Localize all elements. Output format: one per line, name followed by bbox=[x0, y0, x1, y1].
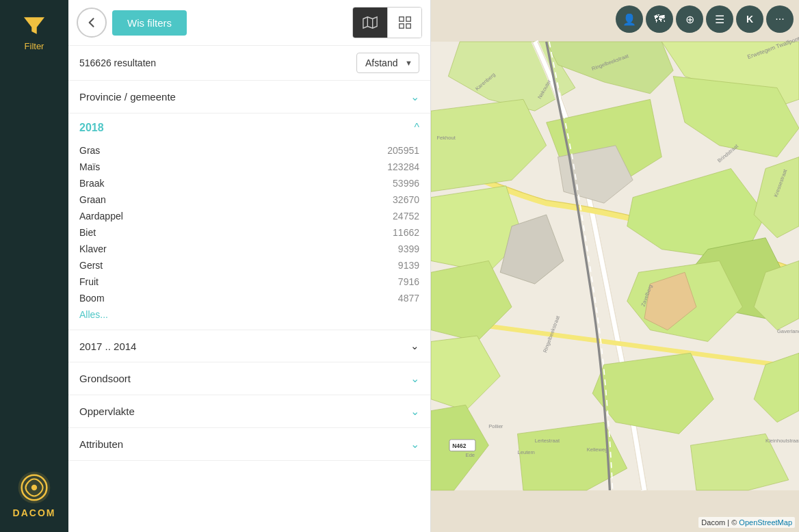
crop-list: Gras205951Maïs123284Braak53996Graan32670… bbox=[68, 142, 430, 330]
crop-item[interactable]: Aardappel24752 bbox=[79, 208, 419, 224]
year-2018-chevron-icon: ^ bbox=[414, 122, 419, 134]
crop-name: Gras bbox=[79, 145, 100, 156]
sort-select-wrap: Afstand Naam Datum bbox=[356, 53, 419, 73]
list-icon-button[interactable]: ☰ bbox=[706, 5, 733, 33]
svg-text:N462: N462 bbox=[452, 442, 466, 449]
svg-text:Pollier: Pollier bbox=[488, 423, 503, 429]
svg-rect-4 bbox=[406, 17, 410, 21]
crop-item[interactable]: Biet11662 bbox=[79, 224, 419, 241]
sidebar-bottom: DACOM bbox=[13, 470, 56, 525]
provincie-gemeente-label: Provincie / gemeente bbox=[79, 91, 176, 103]
crop-item[interactable]: Gras205951 bbox=[79, 142, 419, 159]
back-button[interactable] bbox=[77, 8, 107, 38]
crop-name: Klaver bbox=[79, 243, 107, 254]
svg-text:Lertestraat: Lertestraat bbox=[535, 438, 560, 444]
crop-count: 205951 bbox=[387, 145, 419, 156]
year-range-chevron-icon: ⌄ bbox=[410, 340, 419, 352]
crop-item[interactable]: Graan32670 bbox=[79, 191, 419, 208]
map-view-icon bbox=[363, 15, 378, 30]
crop-count: 7916 bbox=[398, 276, 419, 287]
crop-name: Boom bbox=[79, 293, 105, 304]
crop-count: 123284 bbox=[387, 161, 419, 172]
crop-name: Fruit bbox=[79, 276, 99, 287]
map-svg: Erwetegem Twalfpont Karenberg Klosterstr… bbox=[431, 0, 799, 532]
filter-nav-item[interactable]: Filter bbox=[15, 7, 53, 58]
svg-rect-5 bbox=[399, 24, 403, 28]
results-bar: 516626 resultaten Afstand Naam Datum bbox=[68, 46, 430, 81]
menu-icon-button[interactable]: ··· bbox=[766, 5, 794, 33]
grondsoort-label: Grondsoort bbox=[79, 373, 131, 384]
grid-view-button[interactable] bbox=[387, 8, 421, 38]
crop-item[interactable]: Maïs123284 bbox=[79, 159, 419, 175]
year-2018-header[interactable]: 2018 ^ bbox=[68, 114, 430, 142]
results-count: 516626 resultaten bbox=[79, 57, 156, 68]
crop-count: 32670 bbox=[393, 194, 419, 205]
svg-point-2 bbox=[31, 485, 37, 490]
crop-count: 4877 bbox=[398, 293, 419, 304]
year-2018-section: 2018 ^ Gras205951Maïs123284Braak53996Gra… bbox=[68, 114, 430, 330]
map-area[interactable]: 👤 🗺 ⊕ ☰ K ··· bbox=[431, 0, 799, 532]
svg-rect-3 bbox=[399, 17, 403, 21]
svg-text:Gaverland: Gaverland bbox=[777, 328, 799, 334]
year-range-label: 2017 .. 2014 bbox=[79, 341, 136, 352]
grondsoort-header[interactable]: Grondsoort ⌄ bbox=[68, 362, 430, 395]
svg-rect-6 bbox=[406, 24, 410, 28]
filter-label: Filter bbox=[25, 41, 44, 51]
sort-select[interactable]: Afstand Naam Datum bbox=[356, 53, 419, 73]
crop-item[interactable]: Braak53996 bbox=[79, 175, 419, 191]
crop-count: 24752 bbox=[393, 211, 419, 222]
provincie-gemeente-chevron-icon: ⌄ bbox=[410, 90, 419, 103]
provincie-gemeente-section: Provincie / gemeente ⌄ bbox=[68, 81, 430, 114]
dacom-logo-icon bbox=[17, 470, 51, 505]
crop-count: 9139 bbox=[398, 260, 419, 271]
filter-icon bbox=[22, 14, 47, 38]
year-range-section: 2017 .. 2014 ⌄ bbox=[68, 330, 430, 362]
k-icon-button[interactable]: K bbox=[736, 5, 763, 33]
crop-item[interactable]: Boom4877 bbox=[79, 290, 419, 306]
crop-name: Aardappel bbox=[79, 211, 123, 222]
attributen-header[interactable]: Attributen ⌄ bbox=[68, 428, 430, 460]
map-top-icons: 👤 🗺 ⊕ ☰ K ··· bbox=[616, 5, 794, 33]
year-range-header[interactable]: 2017 .. 2014 ⌄ bbox=[68, 330, 430, 362]
crop-count: 53996 bbox=[393, 178, 419, 189]
target-icon-button[interactable]: ⊕ bbox=[676, 5, 703, 33]
crop-count: 9399 bbox=[398, 243, 419, 254]
svg-text:Kleinhoutstraat: Kleinhoutstraat bbox=[765, 438, 799, 444]
layers-icon-button[interactable]: 🗺 bbox=[646, 5, 673, 33]
oppervlakte-chevron-icon: ⌄ bbox=[410, 405, 419, 418]
svg-text:Kelleweg: Kelleweg bbox=[587, 447, 608, 453]
crop-name: Graan bbox=[79, 194, 106, 205]
svg-text:Leutem: Leutem bbox=[517, 449, 534, 455]
crop-item[interactable]: Fruit7916 bbox=[79, 274, 419, 290]
grondsoort-section: Grondsoort ⌄ bbox=[68, 362, 430, 395]
top-bar: Wis filters bbox=[68, 0, 430, 46]
attribution-osm-link[interactable]: OpenStreetMap bbox=[739, 518, 792, 527]
sidebar-top: Filter bbox=[15, 7, 53, 58]
crop-name: Braak bbox=[79, 178, 105, 189]
map-attribution: Dacom | © OpenStreetMap bbox=[698, 517, 795, 528]
crop-item[interactable]: Klaver9399 bbox=[79, 241, 419, 257]
provincie-gemeente-header[interactable]: Provincie / gemeente ⌄ bbox=[68, 81, 430, 113]
crop-item[interactable]: Gerst9139 bbox=[79, 257, 419, 274]
sidebar: Filter DACOM bbox=[0, 0, 68, 532]
dacom-label: DACOM bbox=[13, 507, 56, 518]
attributen-section: Attributen ⌄ bbox=[68, 428, 430, 461]
map-view-button[interactable] bbox=[353, 8, 387, 38]
person-icon-button[interactable]: 👤 bbox=[616, 5, 643, 33]
wis-filters-button[interactable]: Wis filters bbox=[112, 10, 187, 36]
attributen-label: Attributen bbox=[79, 438, 123, 450]
crop-count: 11662 bbox=[393, 227, 419, 238]
grondsoort-chevron-icon: ⌄ bbox=[410, 372, 419, 385]
oppervlakte-header[interactable]: Oppervlakte ⌄ bbox=[68, 395, 430, 427]
dacom-logo: DACOM bbox=[13, 470, 56, 518]
oppervlakte-label: Oppervlakte bbox=[79, 405, 135, 417]
alles-link[interactable]: Alles... bbox=[79, 306, 108, 323]
year-2018-label: 2018 bbox=[79, 122, 104, 134]
crop-name: Biet bbox=[79, 227, 96, 238]
svg-text:Ede: Ede bbox=[466, 452, 475, 458]
svg-text:Fekhout: Fekhout bbox=[436, 135, 456, 141]
crop-name: Gerst bbox=[79, 260, 103, 271]
attribution-dacom: Dacom | © bbox=[701, 518, 739, 527]
attributen-chevron-icon: ⌄ bbox=[410, 438, 419, 451]
grid-view-icon bbox=[397, 15, 412, 30]
